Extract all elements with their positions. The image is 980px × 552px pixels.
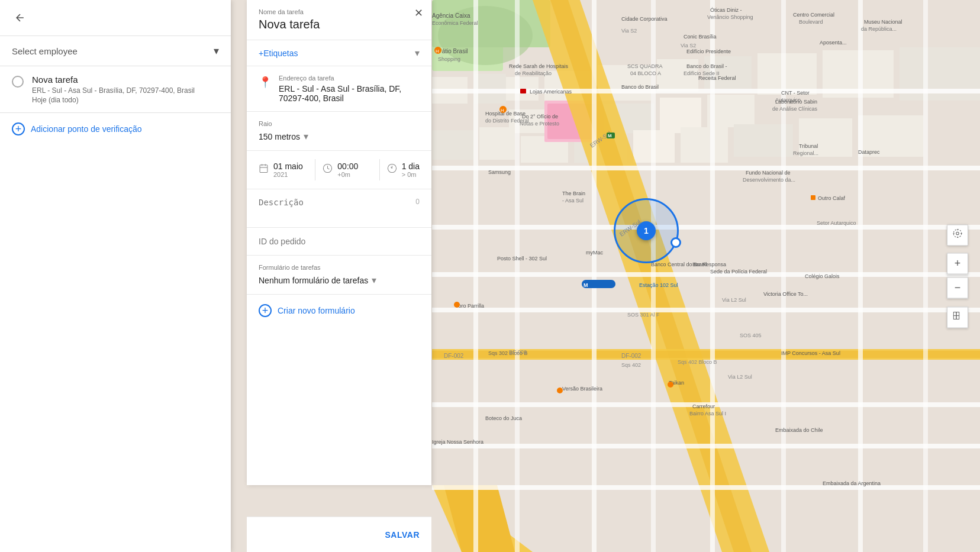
svg-text:Samsung: Samsung [488,169,511,175]
address-meta-label: Endereço da tarefa [279,75,420,82]
svg-text:Fundo Nacional de: Fundo Nacional de [746,170,791,176]
datetime-section: 01 maio 2021 00:00 +0m [247,151,431,189]
svg-text:Museu Nacional: Museu Nacional [864,19,902,25]
svg-text:Dataprec: Dataprec [858,149,880,155]
svg-text:IMP Concursos - Asa Sul: IMP Concursos - Asa Sul [781,350,840,356]
map-marker-small [670,237,681,248]
svg-text:Boulevard: Boulevard [799,19,823,25]
task-name-section: Nome da tarefa Nova tarefa [247,0,431,40]
map-marker-1[interactable]: 1 [637,221,656,240]
form-select[interactable]: Nenhum formulário de tarefas ▾ [259,275,420,286]
svg-rect-37 [432,166,980,170]
map-type-icon [953,311,962,324]
form-arrow: ▾ [372,275,376,286]
create-form-icon: + [259,304,272,317]
svg-text:Conic Brasília: Conic Brasília [684,34,717,40]
svg-text:Sede da Polícia Federal: Sede da Polícia Federal [710,269,767,275]
task-name-label: Nome da tarefa [259,8,420,15]
task-status-icon [12,76,24,88]
svg-text:Banco do Brasil -: Banco do Brasil - [686,63,727,69]
svg-text:Rede Sarah de Hospitais: Rede Sarah de Hospitais [509,63,569,69]
svg-point-91 [668,382,673,388]
svg-text:Pátio Brasil: Pátio Brasil [438,48,468,54]
svg-text:DF-002: DF-002 [621,353,641,359]
svg-text:04 BLOCO A: 04 BLOCO A [630,70,661,76]
svg-rect-24 [681,127,728,163]
svg-rect-9 [757,53,817,95]
create-form-label: Criar novo formulário [278,306,355,315]
svg-text:Edifício Presidente: Edifício Presidente [686,49,731,54]
svg-rect-40 [432,308,980,312]
svg-point-150 [953,230,962,238]
order-section [247,228,431,256]
date-block[interactable]: 01 maio 2021 [259,162,308,178]
svg-text:H: H [436,49,439,54]
radius-section: Raio 150 metros ▾ [247,112,431,151]
svg-rect-152 [956,312,959,316]
svg-text:Sqs 402: Sqs 402 [621,362,641,368]
clock-icon [323,163,333,176]
svg-text:de Reabilitação: de Reabilitação [515,70,552,76]
svg-text:Sqs 402 Bloco B: Sqs 402 Bloco B [678,359,717,365]
dt-separator-2 [379,159,380,180]
zoom-out-button[interactable]: − [947,277,968,298]
save-row: SALVAR [247,517,431,552]
create-form-row[interactable]: + Criar novo formulário [247,295,431,327]
duration-main: 1 dia [402,162,420,171]
svg-rect-49 [781,0,786,552]
radius-select[interactable]: 150 metros ▾ [259,131,420,142]
svg-text:Embaixada da Argentina: Embaixada da Argentina [823,480,881,486]
svg-text:Boteco do Juca: Boteco do Juca [485,415,522,421]
task-title: Nova tarefa [32,75,219,85]
calendar-icon [259,163,269,176]
tags-row[interactable]: +Etiquetas ▾ [247,40,431,66]
duration-sub: > 0m [402,171,420,178]
address-info: Endereço da tarefa ERL - Sul - Asa Sul -… [279,75,420,103]
svg-rect-20 [479,127,515,160]
address-text[interactable]: ERL - Sul - Asa Sul - Brasília, DF, 7029… [279,84,420,103]
description-input[interactable] [259,198,420,217]
svg-text:Bar Responsa: Bar Responsa [692,262,726,267]
task-item[interactable]: Nova tarefa ERL - Sul - Asa Sul - Brasíl… [0,66,231,113]
detail-close-button[interactable]: ✕ [410,5,427,21]
task-name-value[interactable]: Nova tarefa [259,18,420,31]
svg-text:Regional...: Regional... [793,150,818,156]
employee-selector[interactable]: Select employee ▾ [0,36,231,66]
svg-text:de Análise Clínicas: de Análise Clínicas [772,106,818,112]
zoom-in-icon: + [955,257,961,270]
add-checkpoint-button[interactable]: + Adicionar ponto de verificação [0,113,231,145]
svg-point-89 [454,302,460,308]
svg-text:Victoria Office To...: Victoria Office To... [763,291,808,297]
order-id-input[interactable] [259,237,420,246]
date-main: 01 maio [273,162,303,171]
back-button[interactable] [9,7,31,28]
svg-text:Via S2: Via S2 [681,43,696,49]
svg-text:H: H [501,108,504,113]
svg-text:Setor Autarquico: Setor Autarquico [817,220,856,226]
save-button[interactable]: SALVAR [385,530,420,540]
svg-text:Via L2 Sul: Via L2 Sul [728,374,752,380]
svg-rect-140 [811,195,815,200]
add-checkpoint-icon: + [12,122,25,135]
zoom-in-button[interactable]: + [947,253,968,274]
map-controls: + − [947,224,968,328]
map-type-button[interactable] [947,306,968,328]
svg-text:Centro Comercial: Centro Comercial [793,12,834,18]
svg-text:Via L2 Sul: Via L2 Sul [722,297,746,303]
location-button[interactable] [947,224,968,246]
svg-rect-153 [953,316,956,319]
radius-value: 150 metros [259,132,300,141]
zoom-out-icon: − [955,282,961,294]
form-value: Nenhum formulário de tarefas [259,276,368,285]
svg-rect-44 [473,0,478,552]
svg-text:Econômica Federal: Econômica Federal [432,20,478,26]
employee-selector-arrow: ▾ [214,44,219,57]
duration-block[interactable]: 1 dia > 0m [387,162,420,178]
svg-rect-51 [923,0,928,552]
time-sub: +0m [337,171,358,178]
dt-separator [315,159,315,180]
time-block[interactable]: 00:00 +0m [323,162,372,178]
svg-point-90 [557,388,563,393]
radius-label: Raio [259,120,420,127]
svg-text:Notas e Protesto: Notas e Protesto [520,121,559,127]
